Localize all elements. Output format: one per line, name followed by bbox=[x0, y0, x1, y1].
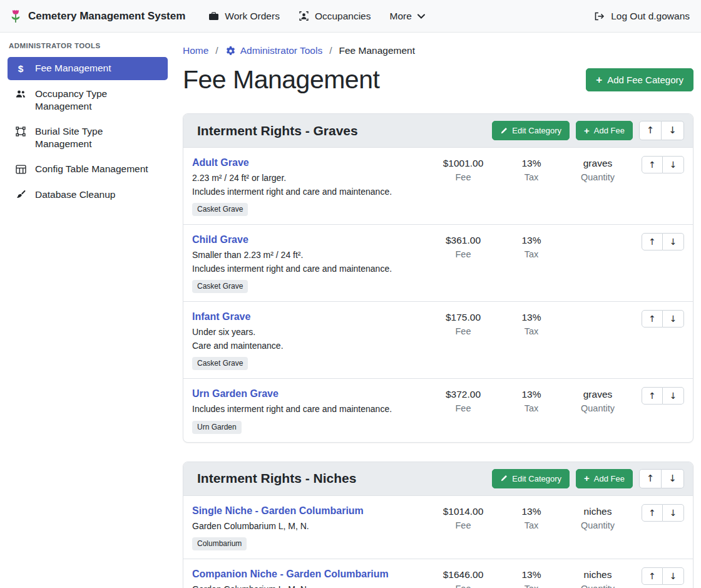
fee-amount-value: $372.00 bbox=[426, 388, 500, 401]
fee-type-badge: Casket Grave bbox=[192, 203, 248, 216]
fee-description: 2.23 m² / 24 ft² or larger. bbox=[192, 172, 426, 185]
fee-move-down-button[interactable]: ↓ bbox=[663, 504, 684, 522]
fee-quantity-label: Quantity bbox=[563, 518, 633, 532]
fee-tax-value: 13% bbox=[500, 388, 563, 401]
nav-occupancies[interactable]: Occupancies bbox=[289, 5, 381, 28]
page-header: Fee Management + Add Fee Category bbox=[183, 65, 693, 95]
fee-tax-label: Tax bbox=[500, 324, 563, 338]
sidebar-item-occupancy-type-management[interactable]: Occupancy Type Management bbox=[8, 83, 168, 118]
broom-icon bbox=[14, 189, 27, 202]
fee-quantity-value: niches bbox=[563, 505, 633, 518]
fee-type-badge: Columbarium bbox=[192, 537, 247, 550]
fee-tax-label: Tax bbox=[500, 170, 563, 184]
fee-description: Garden Columbarium L, M, N. bbox=[192, 520, 426, 534]
fee-name-link[interactable]: Infant Grave bbox=[192, 310, 250, 324]
breadcrumb-admin-tools-link[interactable]: Administrator Tools bbox=[225, 45, 323, 56]
add-fee-category-button[interactable]: + Add Fee Category bbox=[586, 68, 693, 91]
fee-quantity-value: graves bbox=[563, 157, 633, 170]
fee-quantity-column bbox=[563, 233, 633, 234]
fee-amount-label: Fee bbox=[426, 324, 500, 338]
edit-category-button[interactable]: Edit Category bbox=[492, 469, 570, 488]
fee-tax-column: 13% Tax bbox=[500, 156, 563, 184]
fee-name-link[interactable]: Companion Niche - Garden Columbarium bbox=[192, 567, 389, 581]
pencil-icon bbox=[500, 475, 508, 482]
fee-info: Adult Grave 2.23 m² / 24 ft² or larger. … bbox=[192, 156, 426, 216]
fee-move-up-button[interactable]: ↑ bbox=[642, 156, 663, 173]
fee-quantity-column: niches Quantity bbox=[563, 504, 633, 532]
breadcrumb-home-link[interactable]: Home bbox=[183, 45, 208, 56]
fee-amount-label: Fee bbox=[426, 170, 500, 184]
fee-info: Single Niche - Garden Columbarium Garden… bbox=[192, 504, 426, 551]
fee-quantity-label: Quantity bbox=[563, 582, 633, 588]
fee-move-down-button[interactable]: ↓ bbox=[663, 310, 684, 328]
fee-tax-column: 13% Tax bbox=[500, 233, 563, 261]
page-title: Fee Management bbox=[183, 65, 379, 95]
fee-name-link[interactable]: Adult Grave bbox=[192, 156, 249, 170]
fee-name-link[interactable]: Child Grave bbox=[192, 233, 248, 247]
fee-tax-value: 13% bbox=[500, 311, 563, 324]
breadcrumb-current: Fee Management bbox=[339, 45, 416, 56]
fee-move-up-button[interactable]: ↑ bbox=[642, 567, 663, 585]
fee-type-badge: Urn Garden bbox=[192, 421, 242, 434]
fee-tax-value: 13% bbox=[500, 568, 563, 582]
app-brand: Cemetery Management System bbox=[9, 9, 185, 24]
fee-move-up-button[interactable]: ↑ bbox=[642, 310, 663, 328]
fee-move-up-button[interactable]: ↑ bbox=[642, 233, 663, 250]
fee-name-link[interactable]: Urn Garden Grave bbox=[192, 387, 279, 401]
fee-move-up-button[interactable]: ↑ bbox=[642, 387, 663, 405]
nav-more[interactable]: More bbox=[381, 5, 434, 28]
logout-link[interactable]: Log Out d.gowans bbox=[585, 5, 692, 28]
sidebar-item-label: Occupancy Type Management bbox=[35, 88, 161, 113]
add-fee-button[interactable]: + Add Fee bbox=[576, 121, 633, 140]
add-fee-button[interactable]: + Add Fee bbox=[576, 469, 633, 488]
fee-tax-value: 13% bbox=[500, 234, 563, 247]
fee-amount-label: Fee bbox=[426, 582, 500, 588]
edit-category-button[interactable]: Edit Category bbox=[492, 121, 570, 140]
fee-amount-column: $1001.00 Fee bbox=[426, 156, 500, 184]
fee-description: Under six years. bbox=[192, 326, 426, 339]
plus-icon: + bbox=[596, 76, 602, 84]
fee-reorder-group: ↑ ↓ bbox=[633, 387, 684, 405]
fee-quantity-value: graves bbox=[563, 388, 633, 401]
category-move-up-button[interactable]: ↑ bbox=[639, 121, 662, 140]
category-move-down-button[interactable]: ↓ bbox=[662, 121, 684, 140]
category-reorder-group: ↑ ↓ bbox=[639, 469, 684, 488]
sidebar-item-database-cleanup[interactable]: Database Cleanup bbox=[8, 183, 168, 207]
sidebar-item-label: Burial Site Type Management bbox=[35, 125, 161, 150]
fee-description: Care and maintenance. bbox=[192, 339, 426, 353]
nav-work-orders[interactable]: Work Orders bbox=[199, 5, 289, 28]
fee-name-link[interactable]: Single Niche - Garden Columbarium bbox=[192, 504, 364, 518]
fee-amount-label: Fee bbox=[426, 401, 500, 415]
fee-amount-column: $361.00 Fee bbox=[426, 233, 500, 261]
category-move-up-button[interactable]: ↑ bbox=[639, 469, 662, 488]
fee-info: Infant Grave Under six years. Care and m… bbox=[192, 310, 426, 370]
fee-category-card: Interment Rights - Graves Edit Category … bbox=[183, 113, 693, 443]
sidebar-item-config-table-management[interactable]: Config Table Management bbox=[8, 158, 168, 181]
pencil-icon bbox=[500, 127, 508, 135]
fee-quantity-column: niches Quantity bbox=[563, 567, 633, 588]
add-fee-category-label: Add Fee Category bbox=[607, 75, 683, 85]
fee-quantity-label: Quantity bbox=[563, 401, 633, 415]
sidebar-item-fee-management[interactable]: $ Fee Management bbox=[8, 57, 168, 80]
sidebar-item-burial-site-type-management[interactable]: Burial Site Type Management bbox=[8, 120, 168, 155]
fee-move-down-button[interactable]: ↓ bbox=[663, 156, 684, 173]
fee-quantity-label: Quantity bbox=[563, 170, 633, 184]
sidebar-item-label: Fee Management bbox=[35, 62, 111, 75]
sidebar-heading: ADMINISTRATOR TOOLS bbox=[9, 42, 166, 49]
fee-amount-value: $1001.00 bbox=[426, 157, 500, 170]
fee-description: Garden Columbarium L, M, N. bbox=[192, 583, 426, 588]
sidebar-item-label: Config Table Management bbox=[35, 163, 148, 175]
category-move-down-button[interactable]: ↓ bbox=[662, 469, 684, 488]
fee-move-up-button[interactable]: ↑ bbox=[642, 504, 663, 522]
nav-label: Occupancies bbox=[315, 11, 371, 22]
plus-icon: + bbox=[584, 127, 590, 135]
fee-move-down-button[interactable]: ↓ bbox=[663, 567, 684, 585]
add-fee-label: Add Fee bbox=[594, 474, 625, 483]
category-header: Interment Rights - Graves Edit Category … bbox=[183, 114, 693, 148]
fee-move-down-button[interactable]: ↓ bbox=[663, 387, 684, 405]
fee-move-down-button[interactable]: ↓ bbox=[663, 233, 684, 250]
occupancies-icon bbox=[299, 11, 309, 21]
nav-label: More bbox=[390, 11, 412, 22]
category-header: Interment Rights - Niches Edit Category … bbox=[183, 462, 693, 496]
tulip-logo-icon bbox=[9, 9, 23, 24]
